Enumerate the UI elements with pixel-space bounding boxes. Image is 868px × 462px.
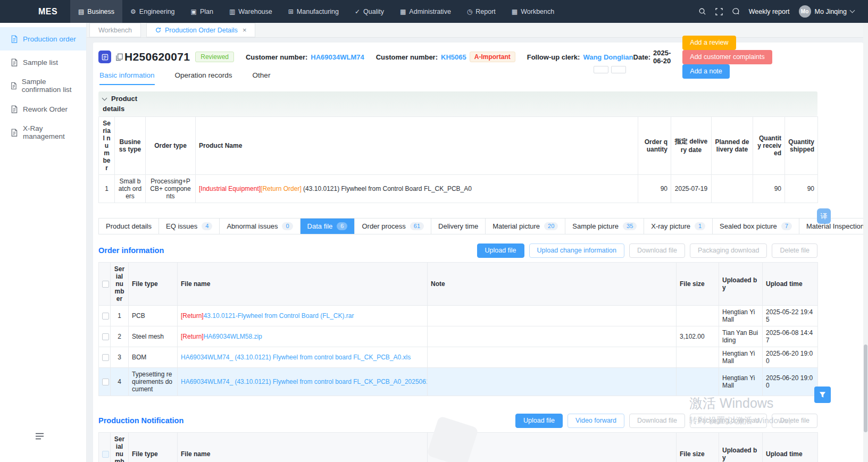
nav-item-business[interactable]: ▤Business — [70, 0, 122, 23]
add-a-review-button[interactable]: Add a review — [682, 36, 736, 50]
file-tab-order-process[interactable]: Order process61 — [355, 219, 431, 234]
sidebar-item-sample-list[interactable]: Sample list — [0, 51, 86, 74]
product-details-section-title: Product details — [103, 94, 156, 114]
select-all-cell — [99, 262, 111, 305]
nav-item-quality[interactable]: ✓Quality — [347, 0, 392, 23]
nav-item-administrative[interactable]: ▦Administrative — [392, 0, 459, 23]
nav-item-workbench[interactable]: ▦Workbench — [504, 0, 562, 23]
sidebar-items: Production orderSample listSample confir… — [0, 27, 86, 144]
packaging-download-button[interactable]: Packaging download — [690, 243, 767, 258]
clerk-value[interactable]: Wang Donglian — [583, 53, 633, 61]
upload-time-cell: 2025-05-22 19:45 — [763, 305, 818, 326]
file-tab-material-inspection-record[interactable]: Material Inspection Record135 — [799, 219, 868, 234]
uploaded-by-cell: Tian Yan Building — [719, 326, 763, 347]
file-tab-delivery-time[interactable]: Delivery time — [431, 219, 486, 234]
user-menu[interactable]: Mo Mo Jinqing — [799, 5, 854, 18]
product-name-part: [Industrial Equipment] — [199, 185, 261, 192]
row-checkbox[interactable] — [102, 313, 109, 320]
upload-change-information-button[interactable]: Upload change information — [529, 243, 624, 258]
sidebar-collapse-icon[interactable] — [35, 432, 44, 442]
packaging-download-button[interactable]: Packaging download — [690, 414, 767, 428]
weekly-report-link[interactable]: Weekly report — [749, 8, 790, 15]
scrollbar-thumb[interactable] — [864, 345, 867, 432]
tab-operation-records[interactable]: Operation records — [175, 71, 232, 85]
page-scrollbar[interactable] — [863, 23, 868, 462]
file-name-cell: [Return]43.10.0121-Flywheel from Control… — [178, 305, 428, 326]
file-tab-abnormal-issues[interactable]: Abnormal issues0 — [220, 219, 300, 234]
file-tab-eq-issues[interactable]: EQ issues4 — [159, 219, 220, 234]
page-tab-production-order-details[interactable]: Production Order Details× — [146, 23, 255, 37]
row-checkbox[interactable] — [102, 333, 109, 340]
notif-file-col-upload-time: Upload time — [763, 432, 818, 462]
fullscreen-icon[interactable] — [715, 8, 723, 15]
filter-float-button[interactable] — [814, 387, 831, 403]
order-header-actions: Date: 2025-06-20 Add a reviewAdd custome… — [633, 36, 817, 79]
add-a-note-button[interactable]: Add a note — [682, 64, 729, 79]
tab-other[interactable]: Other — [253, 71, 271, 85]
upload-file-button[interactable]: Upload file — [515, 414, 563, 428]
sidebar-item-label: Sample list — [23, 58, 58, 66]
translate-float-button[interactable]: 译 — [817, 208, 831, 224]
product-cell: Processing+PCB+ components — [146, 174, 196, 203]
row-checkbox[interactable] — [102, 354, 109, 361]
nav-item-plan[interactable]: ▣Plan — [183, 0, 221, 23]
file-size-cell: 3,102.00 — [677, 326, 719, 347]
order-doc-icon — [98, 51, 111, 63]
notif-file-col-serial-number: Serial number — [111, 432, 129, 462]
nav-item-engineering[interactable]: ⚙Engineering — [122, 0, 182, 23]
file-name-link[interactable]: HA69034WLM74_ (43.10.0121) Flywheel from… — [181, 378, 428, 385]
upload-file-button[interactable]: Upload file — [477, 243, 524, 258]
message-icon[interactable] — [732, 7, 740, 15]
delete-file-button[interactable]: Delete file — [772, 243, 817, 258]
product-col-product-name: Product Name — [196, 116, 638, 174]
product-cell: 90 — [785, 174, 818, 203]
sidebar-item-sample-confirmation-list[interactable]: Sample confirmation list — [0, 74, 86, 97]
file-tab-sample-picture[interactable]: Sample picture35 — [565, 219, 644, 234]
tab-basic-information[interactable]: Basic information — [99, 71, 155, 85]
customer-number-value[interactable]: HA69034WLM74 — [311, 53, 364, 61]
select-all-checkbox[interactable] — [102, 281, 109, 288]
uploaded-by-cell: Hengtian Yi Mall — [719, 305, 763, 326]
nav-item-manufacturing[interactable]: ⊞Manufacturing — [280, 0, 347, 23]
file-tab-label: Delivery time — [438, 222, 478, 230]
customer-code-value[interactable]: KH5065 — [441, 53, 466, 61]
search-icon[interactable] — [698, 7, 706, 15]
page-tab-workbench[interactable]: Workbench — [89, 23, 141, 37]
uploaded-by-cell: Hengtian Yi Mall — [719, 367, 763, 396]
file-tab-product-details[interactable]: Product details — [99, 219, 159, 234]
sidebar-item-rework-order[interactable]: Rework Order — [0, 97, 86, 121]
file-category-tabs: Product detailsEQ issues4Abnormal issues… — [98, 218, 868, 234]
sidebar-item-production-order[interactable]: Production order — [0, 27, 86, 51]
row-checkbox[interactable] — [102, 379, 109, 385]
file-tab-x-ray-picture[interactable]: X-ray picture1 — [644, 219, 713, 234]
sidebar-item-x-ray-management[interactable]: X-Ray management — [0, 121, 86, 144]
file-name-link[interactable]: HA69034WLM74_ (43.10.0121) Flywheel from… — [181, 354, 411, 361]
product-row: 1Small batch ordersProcessing+PCB+ compo… — [99, 174, 818, 203]
header-mini-button[interactable] — [594, 66, 608, 73]
close-icon[interactable]: × — [243, 26, 247, 34]
order-information-header: Order information Upload fileUpload chan… — [98, 243, 817, 258]
video-forward-button[interactable]: Video forward — [567, 414, 624, 428]
nav-item-report[interactable]: ◷Report — [459, 0, 504, 23]
product-col-serial-number: Serial number — [99, 116, 115, 174]
select-all-checkbox[interactable] — [102, 451, 109, 458]
nav-item-warehouse[interactable]: ▥Warehouse — [221, 0, 280, 23]
avatar[interactable]: Mo — [799, 5, 811, 18]
delete-file-button[interactable]: Delete file — [772, 414, 817, 428]
file-name-link[interactable]: HA69034WLM58.zip — [204, 333, 262, 340]
upload-time-cell: 2025-06-20 19:00 — [763, 347, 818, 367]
file-tab-sealed-box-picture[interactable]: Sealed box picture7 — [713, 219, 799, 234]
return-tag: [Return] — [181, 333, 204, 340]
copy-icon[interactable] — [115, 53, 123, 61]
download-file-button[interactable]: Download file — [629, 243, 685, 258]
product-col-order-quantity: Order quantity — [638, 116, 671, 174]
file-tab-data-file[interactable]: Data file6 — [301, 219, 355, 234]
header-mini-button[interactable] — [611, 66, 626, 73]
file-name-link[interactable]: 43.10.0121-Flywheel from Control Board (… — [204, 312, 354, 320]
add-customer-complaints-button[interactable]: Add customer complaints — [682, 50, 772, 64]
file-tab-material-picture[interactable]: Material picture20 — [486, 219, 565, 234]
product-name-part: [Return Order] — [261, 185, 302, 192]
product-details-section-header[interactable]: Product details — [98, 91, 817, 116]
download-file-button[interactable]: Download file — [629, 414, 685, 428]
product-table: Serial numberBusiness typeOrder typeProd… — [98, 116, 818, 203]
